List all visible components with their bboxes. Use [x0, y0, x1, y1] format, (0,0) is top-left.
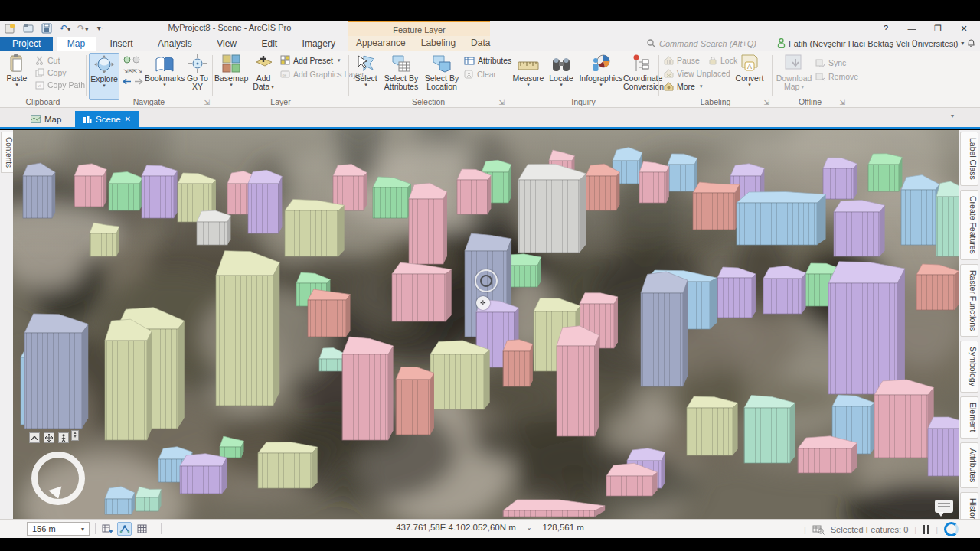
ribbon-tab-row: Project Map Insert Analysis View Edit Im…	[0, 36, 980, 51]
view-tab-overflow-caret[interactable]: ▾	[951, 112, 954, 119]
coordinates-value: 437.761,58E 4.102.052,60N m	[396, 523, 516, 532]
window-controls: ? — ❐ ✕	[873, 21, 977, 36]
add-data-button[interactable]: Add Data	[250, 53, 277, 91]
view-tab-map[interactable]: Map	[23, 111, 69, 127]
tab-labeling[interactable]: Labeling	[413, 36, 463, 51]
pause-drawing-button[interactable]	[923, 525, 929, 534]
fixed-zoom-icon[interactable]: ⇲⇱⇱⇲	[123, 66, 143, 76]
measure-button[interactable]: Measure	[511, 53, 545, 86]
coordinate-readout[interactable]: 437.761,58E 4.102.052,60N m ⌄ 128,561 m	[329, 523, 651, 532]
selection-dialog-launcher[interactable]: ⇲	[498, 99, 505, 106]
view-unplaced-button[interactable]: View Unplaced	[664, 68, 730, 78]
convert-labels-button[interactable]: A Convert	[733, 53, 766, 86]
window-title: MyProject8 - Scene - ArcGIS Pro	[115, 23, 345, 32]
redo-button[interactable]: ↷▾	[77, 23, 88, 34]
sync-icon	[815, 58, 825, 67]
copy-path-button[interactable]: viCopy Path	[35, 80, 85, 90]
snapping-toggle-icon[interactable]	[117, 522, 132, 536]
view-tab-scene[interactable]: Scene ✕	[75, 111, 139, 127]
tab-edit[interactable]: Edit	[250, 37, 288, 51]
open-project-icon[interactable]	[23, 23, 34, 34]
clear-selection-button[interactable]: Clear	[464, 69, 511, 79]
svg-text:⇱⇲: ⇱⇲	[132, 68, 142, 75]
contents-panel-tab[interactable]: Contents	[1, 132, 14, 173]
bookmarks-button[interactable]: Bookmarks	[145, 53, 185, 86]
panel-tab-element[interactable]: Element	[960, 396, 978, 439]
svg-text:oe: oe	[283, 73, 287, 77]
new-project-icon[interactable]	[5, 23, 16, 34]
minimize-button[interactable]: —	[899, 21, 925, 36]
contextual-tab-group: Feature Layer	[348, 21, 490, 36]
go-to-xy-icon	[185, 53, 211, 73]
select-by-location-button[interactable]: Select By Location	[423, 53, 461, 91]
group-navigate: Explore ⇲⇱⇱⇲ Bookmarks Go To XY Navigate…	[87, 51, 211, 107]
walk-mode-icon[interactable]	[58, 432, 69, 443]
panel-tab-label-class[interactable]: Label Class	[960, 132, 978, 186]
command-search[interactable]: Command Search (Alt+Q)	[647, 37, 769, 49]
go-to-xy-button[interactable]: Go To XY	[185, 53, 211, 91]
undo-button[interactable]: ↶▾	[60, 23, 70, 34]
explore-icon	[90, 54, 119, 73]
close-button[interactable]: ✕	[951, 21, 977, 36]
sync-button[interactable]: Sync	[815, 57, 858, 67]
status-tools	[100, 522, 149, 536]
cut-button[interactable]: Cut	[35, 55, 85, 65]
tab-map[interactable]: Map	[57, 37, 96, 51]
help-button[interactable]: ?	[873, 21, 899, 36]
save-project-icon[interactable]	[41, 23, 53, 34]
restore-button[interactable]: ❐	[925, 21, 951, 36]
attributes-button[interactable]: Attributes	[464, 55, 511, 65]
navigate-dialog-launcher[interactable]: ⇲	[204, 99, 210, 106]
download-map-button[interactable]: Download Map	[776, 53, 812, 91]
offline-dialog-launcher[interactable]: ⇲	[839, 99, 845, 106]
scale-dropdown[interactable]: 156 m ▾	[27, 522, 90, 536]
select-by-attributes-button[interactable]: Select By Attributes	[381, 53, 421, 91]
attributes-icon	[464, 56, 475, 65]
coordinates-caret-icon[interactable]: ⌄	[527, 524, 532, 531]
tab-imagery[interactable]: Imagery	[292, 37, 346, 51]
new-map-view-icon[interactable]	[100, 522, 114, 536]
navigator-badge[interactable]: ▴▾	[71, 430, 79, 441]
pan-mode-icon[interactable]	[44, 432, 54, 443]
panel-tab-symbology[interactable]: Symbology	[960, 341, 978, 393]
paste-button[interactable]: Paste	[2, 53, 32, 86]
more-labeling-button[interactable]: More	[664, 81, 730, 91]
refresh-spinner-icon[interactable]	[944, 522, 959, 536]
search-icon	[647, 39, 655, 47]
remove-button[interactable]: Remove	[815, 71, 858, 81]
view-tab-bar: Map Scene ✕ ▾	[0, 108, 980, 129]
tab-data[interactable]: Data	[463, 36, 498, 51]
grid-view-icon[interactable]	[135, 522, 149, 536]
previous-next-extent-icons[interactable]	[123, 77, 143, 86]
panel-tab-attributes[interactable]: Attributes	[960, 442, 978, 488]
tab-project[interactable]: Project	[0, 37, 53, 51]
scene-canvas[interactable]	[13, 130, 959, 519]
labeling-dialog-launcher[interactable]: ⇲	[763, 99, 769, 106]
group-offline: Download Map Sync Remove Offline ⇲	[773, 51, 848, 107]
panel-tab-raster-functions[interactable]: Raster Functions	[960, 264, 978, 337]
infographics-button[interactable]: Infographics	[577, 53, 625, 86]
customize-qat-button[interactable]: ⸱▾⸱	[95, 24, 103, 33]
coordinate-conversion-button[interactable]: Coordinate Conversion	[623, 53, 657, 91]
quick-access-toolbar: ↶▾ ↷▾ ⸱▾⸱	[5, 21, 103, 35]
locate-button[interactable]: Locate	[547, 53, 576, 86]
basemap-button[interactable]: Basemap	[214, 53, 248, 86]
notifications-bell-icon[interactable]	[967, 39, 975, 48]
full-extent-icon[interactable]	[123, 55, 143, 65]
user-account[interactable]: Fatih (Nevşehir Hacı Bektaş Veli Ünivers…	[777, 37, 980, 50]
add-data-icon	[250, 53, 277, 73]
scene-viewport[interactable]: ▴▾ ✛	[13, 130, 959, 519]
selected-features-count[interactable]: Selected Features: 0	[831, 525, 909, 534]
tab-analysis[interactable]: Analysis	[147, 37, 203, 51]
navigator-collapse-icon[interactable]	[29, 432, 40, 443]
tab-insert[interactable]: Insert	[100, 37, 144, 51]
panel-tab-create-features[interactable]: Create Features	[960, 190, 978, 260]
explore-button[interactable]: Explore	[89, 53, 119, 100]
copy-button[interactable]: Copy	[35, 67, 85, 77]
feedback-bubble-icon[interactable]	[935, 500, 953, 513]
tab-view[interactable]: View	[206, 37, 247, 51]
user-icon	[777, 38, 786, 48]
tab-appearance[interactable]: Appearance	[348, 36, 413, 51]
select-button[interactable]: Select	[352, 53, 380, 86]
close-scene-tab-icon[interactable]: ✕	[125, 115, 131, 123]
